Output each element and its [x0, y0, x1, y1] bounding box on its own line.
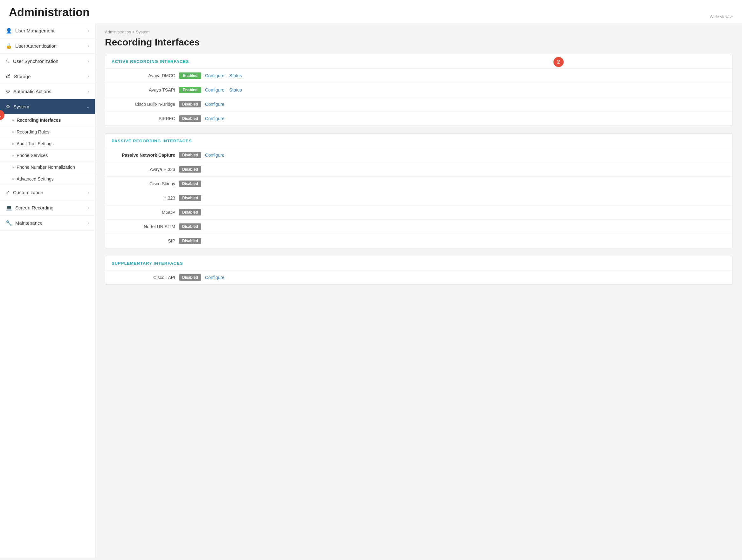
avaya-tsapi-status-link[interactable]: Status — [229, 88, 242, 93]
siprec-links: Configure — [205, 116, 224, 121]
wide-view-button[interactable]: Wide view ↗ — [709, 14, 733, 19]
sub-item-phone-services[interactable]: » Phone Services — [0, 150, 95, 161]
customization-icon: ✓ — [6, 189, 10, 195]
cisco-tapi-links: Configure — [205, 275, 224, 280]
chevron-icon: ‹ — [88, 74, 89, 78]
passive-recording-section: PASSIVE RECORDING INTERFACES Passive Net… — [105, 133, 733, 248]
siprec-status-badge: Disabled — [179, 115, 201, 122]
sub-label-phone-number-normalization: Phone Number Normalization — [16, 165, 75, 170]
sync-icon: ⇋ — [6, 58, 10, 64]
passive-section-title: PASSIVE RECORDING INTERFACES — [112, 138, 192, 143]
sub-label-recording-interfaces: Recording Interfaces — [16, 118, 61, 123]
main-layout: 👤 User Management ‹ 🔒 User Authenticatio… — [0, 23, 742, 558]
top-header: Administration Wide view ↗ — [0, 0, 742, 23]
active-recording-section: ACTIVE RECORDING INTERFACES Avaya DMCC E… — [105, 54, 733, 126]
cisco-tapi-name: Cisco TAPI — [112, 275, 175, 280]
avaya-tsapi-links: Configure | Status — [205, 88, 242, 93]
avaya-tsapi-row: Avaya TSAPI Enabled Configure | Status — [105, 83, 732, 97]
sidebar-label-user-authentication: User Authentication — [15, 43, 57, 49]
link-separator: | — [226, 88, 228, 93]
passive-section-header: PASSIVE RECORDING INTERFACES — [105, 134, 732, 148]
active-section-header: ACTIVE RECORDING INTERFACES — [105, 54, 732, 69]
sidebar-item-automatic-actions[interactable]: ⚙ Automatic Actions ‹ — [0, 84, 95, 99]
breadcrumb-parent: Administration — [105, 30, 131, 34]
cisco-tapi-configure-link[interactable]: Configure — [205, 275, 224, 280]
cisco-skinny-name: Cisco Skinny — [112, 181, 175, 186]
system-sub-menu: » Recording Interfaces » Recording Rules… — [0, 114, 95, 185]
system-icon: ⚙ — [6, 104, 10, 110]
chevron-icon: ‹ — [88, 44, 89, 48]
main-content: Administration > System Recording Interf… — [95, 23, 742, 558]
sidebar-item-maintenance[interactable]: 🔧 Maintenance ‹ — [0, 216, 95, 231]
nortel-unistim-row: Nortel UNISTIM Disabled — [105, 220, 732, 234]
sidebar-item-user-management[interactable]: 👤 User Management ‹ — [0, 23, 95, 39]
sub-item-recording-interfaces[interactable]: » Recording Interfaces — [0, 114, 95, 126]
sip-badge: Disabled — [179, 238, 201, 244]
sub-arrow-icon: » — [12, 118, 14, 122]
avaya-tsapi-status-badge: Enabled — [179, 87, 201, 93]
sidebar-item-user-synchronization[interactable]: ⇋ User Synchronization ‹ — [0, 54, 95, 69]
avaya-dmcc-links: Configure | Status — [205, 73, 242, 78]
avaya-dmcc-configure-link[interactable]: Configure — [205, 73, 224, 78]
breadcrumb-sep: > — [132, 30, 136, 34]
siprec-row: SIPREC Disabled Configure — [105, 112, 732, 125]
nortel-unistim-badge: Disabled — [179, 223, 201, 230]
avaya-tsapi-configure-link[interactable]: Configure — [205, 88, 224, 93]
sidebar-label-user-synchronization: User Synchronization — [13, 58, 58, 64]
chevron-icon: ‹ — [88, 29, 89, 33]
sub-item-recording-rules[interactable]: » Recording Rules — [0, 126, 95, 138]
sidebar-item-system[interactable]: ⚙ System ⌄ — [0, 99, 95, 114]
maintenance-icon: 🔧 — [6, 220, 12, 226]
sub-arrow-icon: » — [12, 154, 14, 157]
chevron-icon: ‹ — [88, 89, 89, 94]
cisco-skinny-badge: Disabled — [179, 180, 201, 187]
sub-item-advanced-settings[interactable]: » Advanced Settings — [0, 173, 95, 185]
sidebar-item-screen-recording[interactable]: 💻 Screen Recording ‹ — [0, 200, 95, 216]
cisco-bib-configure-link[interactable]: Configure — [205, 102, 224, 107]
passive-network-configure-link[interactable]: Configure — [205, 153, 224, 158]
avaya-dmcc-row: Avaya DMCC Enabled Configure | Status 2 — [105, 69, 732, 83]
breadcrumb: Administration > System — [105, 30, 733, 34]
sidebar: 👤 User Management ‹ 🔒 User Authenticatio… — [0, 23, 95, 558]
h323-name: H.323 — [112, 195, 175, 201]
passive-network-capture-links: Configure — [205, 153, 224, 158]
sip-row: SIP Disabled — [105, 234, 732, 248]
cisco-tapi-badge: Disabled — [179, 274, 201, 281]
nortel-unistim-name: Nortel UNISTIM — [112, 224, 175, 229]
sidebar-item-customization[interactable]: ✓ Customization ‹ — [0, 185, 95, 200]
sidebar-label-automatic-actions: Automatic Actions — [13, 89, 51, 94]
chevron-icon: ‹ — [88, 59, 89, 64]
passive-network-capture-row: Passive Network Capture Disabled Configu… — [105, 148, 732, 162]
sub-label-phone-services: Phone Services — [16, 153, 48, 158]
avaya-dmcc-status-badge: Enabled — [179, 72, 201, 79]
storage-icon: 🖷 — [6, 73, 11, 79]
chevron-icon: ‹ — [88, 190, 89, 195]
avaya-dmcc-status-link[interactable]: Status — [229, 73, 242, 78]
sub-label-audit-trail: Audit Trail Settings — [16, 141, 54, 146]
sidebar-item-user-authentication[interactable]: 🔒 User Authentication ‹ — [0, 39, 95, 54]
breadcrumb-current: System — [136, 30, 149, 34]
sub-arrow-icon: » — [12, 177, 14, 181]
supplementary-section: SUPPLEMENTARY INTERFACES Cisco TAPI Disa… — [105, 256, 733, 285]
cisco-bib-row: Cisco Built-in-Bridge Disabled Configure — [105, 97, 732, 112]
sub-label-advanced-settings: Advanced Settings — [16, 176, 54, 181]
supplementary-section-title: SUPPLEMENTARY INTERFACES — [112, 261, 183, 266]
avaya-dmcc-name: Avaya DMCC — [112, 73, 175, 78]
cisco-bib-links: Configure — [205, 102, 224, 107]
mgcp-row: MGCP Disabled — [105, 205, 732, 220]
cisco-tapi-row: Cisco TAPI Disabled Configure — [105, 271, 732, 284]
sidebar-item-storage[interactable]: 🖷 Storage ‹ — [0, 69, 95, 84]
sidebar-label-storage: Storage — [14, 74, 31, 79]
sub-item-audit-trail[interactable]: » Audit Trail Settings — [0, 138, 95, 150]
sub-arrow-icon: » — [12, 165, 14, 169]
mgcp-badge: Disabled — [179, 209, 201, 216]
page-title: Recording Interfaces — [105, 37, 733, 48]
sub-item-phone-number-normalization[interactable]: » Phone Number Normalization — [0, 161, 95, 173]
screen-recording-icon: 💻 — [6, 205, 12, 211]
siprec-name: SIPREC — [112, 116, 175, 121]
siprec-configure-link[interactable]: Configure — [205, 116, 224, 121]
auto-actions-icon: ⚙ — [6, 88, 10, 94]
user-management-icon: 👤 — [6, 27, 12, 34]
avaya-h323-name: Avaya H.323 — [112, 167, 175, 172]
avaya-h323-row: Avaya H.323 Disabled — [105, 162, 732, 177]
